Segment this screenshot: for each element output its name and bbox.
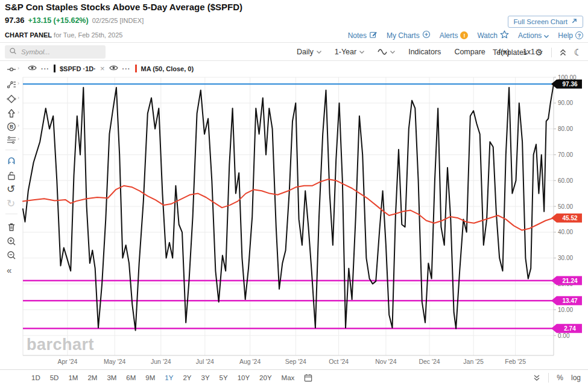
settings-gear-icon[interactable]: ⚙	[535, 48, 543, 57]
eye-icon[interactable]	[109, 65, 118, 72]
scale-controls: % log	[533, 373, 588, 383]
price-series-label[interactable]: $SPFD ·1D·	[60, 65, 96, 72]
help-label: Help	[558, 31, 573, 40]
axis-badge-label: 21.24	[562, 278, 577, 284]
actions-label: Actions	[518, 31, 542, 40]
range-dropdown[interactable]: 1-Year	[335, 48, 364, 56]
axis-badge-label: 45.52	[562, 215, 577, 221]
collapse-panel-icon[interactable]	[560, 49, 566, 56]
x-axis-label: Jan '25	[463, 358, 484, 365]
collapse-toolbar-icon[interactable]	[533, 374, 540, 381]
header-divider	[0, 42, 588, 43]
quote-date: 02/25/25 [INDEX]	[92, 17, 144, 24]
range-list: 1D5D1M2M3M6M9M1Y2Y3Y5Y10Y20YMax	[31, 374, 294, 381]
percent-scale-toggle[interactable]: %	[557, 374, 563, 382]
range-button-1m[interactable]: 1M	[68, 374, 78, 381]
my-charts-link[interactable]: My Charts	[387, 30, 431, 40]
price-chart[interactable]: 0.0010.0020.0030.0040.0050.0060.0070.008…	[0, 60, 588, 369]
chart-legend: ··· $SPFD ·1D· × ··· MA (50, Close, 0)	[28, 65, 194, 72]
axis-badge-label: 97.36	[562, 81, 577, 88]
actions-menu[interactable]: Actions	[518, 31, 549, 40]
range-button-1d[interactable]: 1D	[31, 374, 40, 381]
chevron-down-icon	[359, 51, 364, 54]
full-screen-chart-button[interactable]: Full Screen Chart	[508, 16, 583, 28]
range-button-9m[interactable]: 9M	[145, 374, 155, 381]
indicators-label: Indicators	[408, 48, 441, 56]
alerts-link[interactable]: Alerts !	[440, 31, 469, 40]
expand-arrow-icon	[571, 18, 577, 25]
y-tick-label: 60.00	[558, 177, 573, 184]
indicators-button[interactable]: Indicators	[408, 48, 441, 56]
range-button-5y[interactable]: 5Y	[220, 374, 228, 381]
price-series-path	[23, 84, 554, 330]
panel-caption: CHART PANEL for Tue, Feb 25th, 2025	[5, 31, 122, 39]
range-button-2y[interactable]: 2Y	[183, 374, 191, 381]
chart-toolbar-right: Templates ⚙ ☾	[493, 48, 582, 57]
quote-line: 97.36 +13.15 (+15.62%) 02/25/25 [INDEX]	[5, 16, 144, 25]
symbol-search[interactable]	[5, 45, 106, 59]
question-circle-icon: ?	[575, 31, 583, 39]
calendar-icon[interactable]	[304, 374, 312, 382]
chevron-down-icon	[390, 51, 395, 54]
range-button-max[interactable]: Max	[282, 374, 295, 381]
range-button-20y[interactable]: 20Y	[259, 374, 271, 381]
series-options-icon[interactable]: ···	[41, 65, 49, 72]
notes-link[interactable]: Notes	[348, 30, 378, 40]
range-button-1y[interactable]: 1Y	[165, 374, 173, 381]
x-axis-label: Jun '24	[151, 358, 171, 365]
y-tick-label: 30.00	[558, 255, 573, 261]
range-button-10y[interactable]: 10Y	[238, 374, 250, 381]
y-tick-label: 90.00	[558, 100, 573, 106]
eye-icon[interactable]	[28, 65, 37, 72]
range-button-2m[interactable]: 2M	[87, 374, 97, 381]
page-title: S&P Con Staples Stocks Above 5-Day Avera…	[5, 2, 242, 12]
price-change: +13.15 (+15.62%)	[28, 16, 89, 25]
axis-badge-label: 13.47	[562, 298, 577, 304]
full-screen-chart-label: Full Screen Chart	[514, 18, 567, 25]
my-charts-label: My Charts	[387, 31, 420, 40]
remove-indicator-icon[interactable]: ×	[100, 65, 105, 72]
notes-pencil-icon	[369, 30, 378, 40]
frequency-dropdown[interactable]: Daily	[297, 48, 321, 56]
ma-series-label[interactable]: MA (50, Close, 0)	[141, 65, 194, 72]
templates-button[interactable]: Templates	[493, 48, 527, 57]
range-button-3y[interactable]: 3Y	[201, 374, 209, 381]
bottom-toolbar: 1D5D1M2M3M6M9M1Y2Y3Y5Y10Y20YMax % log	[0, 369, 588, 385]
watch-label: Watch	[477, 31, 498, 40]
last-price: 97.36	[5, 16, 25, 25]
y-tick-label: 70.00	[558, 151, 573, 158]
indicator-options-icon[interactable]: ···	[122, 65, 131, 72]
symbol-search-input[interactable]	[20, 48, 95, 56]
compare-button[interactable]: Compare	[454, 48, 485, 56]
x-axis-label: Oct '24	[329, 358, 349, 365]
notes-label: Notes	[348, 31, 367, 40]
templates-label: Templates	[493, 48, 527, 57]
panel-caption-title: CHART PANEL	[5, 31, 52, 39]
dark-mode-moon-icon[interactable]: ☾	[574, 48, 582, 57]
caret-down-icon	[544, 31, 549, 40]
header-links: Notes My Charts Alerts ! Watch Actions	[348, 30, 583, 40]
log-scale-toggle[interactable]: log	[571, 374, 581, 382]
alert-exclamation-icon: !	[460, 31, 468, 39]
range-button-3m[interactable]: 3M	[107, 374, 116, 381]
x-axis-label: Apr '24	[57, 358, 77, 365]
x-axis-label: Nov '24	[375, 358, 396, 365]
barchart-watermark: barchart	[27, 336, 94, 354]
range-label: 1-Year	[335, 48, 356, 56]
x-axis-label: Dec '24	[419, 358, 440, 365]
range-button-5d[interactable]: 5D	[50, 374, 59, 381]
help-link[interactable]: Help ?	[558, 31, 583, 40]
bottom-divider	[548, 373, 549, 383]
compare-label: Compare	[454, 48, 485, 56]
y-tick-label: 10.00	[558, 307, 573, 313]
y-tick-label: 80.00	[558, 126, 573, 132]
range-button-6m[interactable]: 6M	[126, 374, 136, 381]
line-type-icon	[378, 48, 387, 56]
x-axis-label: Aug '24	[239, 358, 261, 365]
price-series-swatch	[54, 65, 55, 72]
y-tick-label: 50.00	[558, 203, 573, 210]
watch-link[interactable]: Watch	[477, 30, 509, 40]
chart-type-dropdown[interactable]	[378, 48, 395, 56]
panel-caption-date: for Tue, Feb 25th, 2025	[54, 31, 122, 39]
y-tick-label: 0.00	[558, 332, 570, 339]
